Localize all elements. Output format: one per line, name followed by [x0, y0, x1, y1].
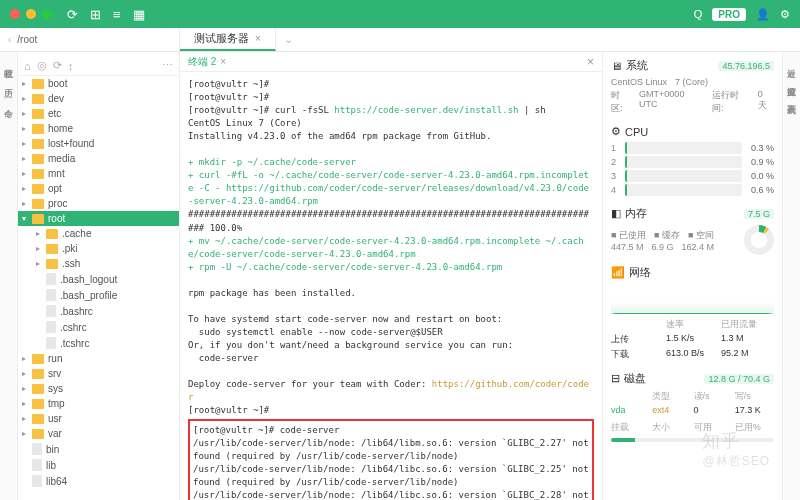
tree-item-home[interactable]: ▸home: [18, 121, 179, 136]
cpu-core-3: 30.0 %: [611, 170, 774, 182]
tree-item-.tcshrc[interactable]: .tcshrc: [18, 335, 179, 351]
tree-toolbar: ⌂ ◎ ⟳ ↕ ⋯: [18, 56, 179, 76]
tree-item-tmp[interactable]: ▸tmp: [18, 396, 179, 411]
tree-item-.cshrc[interactable]: .cshrc: [18, 319, 179, 335]
cpu-card: ⚙CPU 10.3 %20.9 %30.0 %40.6 %: [611, 125, 774, 196]
home-icon[interactable]: ⌂: [24, 60, 31, 72]
tree-item-srv[interactable]: ▸srv: [18, 366, 179, 381]
sort-icon[interactable]: ↕: [68, 60, 74, 72]
tree-item-usr[interactable]: ▸usr: [18, 411, 179, 426]
avatar[interactable]: 👤: [756, 8, 770, 21]
tabs-row: ‹ /root 测试服务器 × ⌄: [0, 28, 800, 52]
desktop-icon: 🖥: [611, 60, 622, 72]
tree-item-root[interactable]: ▾root: [18, 211, 179, 226]
disk-usage-bar: [611, 438, 774, 442]
tree-item-opt[interactable]: ▸opt: [18, 181, 179, 196]
more-icon[interactable]: ⋯: [162, 59, 173, 72]
tree-item-lib64[interactable]: lib64: [18, 473, 179, 489]
titlebar: ⟳ ⊞ ≡ ▦ Q PRO 👤 ⚙: [0, 0, 800, 28]
left-rail: 收藏栏 历史 命令: [0, 52, 18, 500]
chevron-down-icon[interactable]: ⌄: [276, 28, 301, 51]
close-icon[interactable]: ×: [255, 33, 261, 44]
tab-server[interactable]: 测试服务器 ×: [180, 28, 276, 51]
tree-item-sys[interactable]: ▸sys: [18, 381, 179, 396]
close-panel-icon[interactable]: ×: [587, 55, 594, 69]
back-icon[interactable]: ‹: [8, 34, 11, 45]
maximize-icon[interactable]: [42, 9, 52, 19]
disk-card: ⊟磁盘12.8 G / 70.4 G 类型读/s写/s vdaext4017.3…: [611, 371, 774, 442]
tree-item-run[interactable]: ▸run: [18, 351, 179, 366]
system-card: 🖥系统45.76.196.5 CentOS Linux7 (Core) 时区:G…: [611, 58, 774, 115]
memory-icon: ◧: [611, 207, 621, 220]
window-controls[interactable]: [10, 9, 52, 19]
terminal-header: 终端 2 × ×: [180, 52, 602, 72]
grid-icon[interactable]: ▦: [133, 7, 145, 22]
monitor-panel: 🖥系统45.76.196.5 CentOS Linux7 (Core) 时区:G…: [602, 52, 782, 500]
pro-badge: PRO: [712, 8, 746, 21]
tree-item-.ssh[interactable]: ▸.ssh: [18, 256, 179, 271]
tree-item-mnt[interactable]: ▸mnt: [18, 166, 179, 181]
tree-item-lost+found[interactable]: ▸lost+found: [18, 136, 179, 151]
tree-item-.bash_logout[interactable]: .bash_logout: [18, 271, 179, 287]
refresh-icon[interactable]: ⟳: [53, 59, 62, 72]
terminal-tab[interactable]: 终端 2: [188, 55, 216, 69]
tree-item-proc[interactable]: ▸proc: [18, 196, 179, 211]
wifi-icon: 📶: [611, 266, 625, 279]
search-icon[interactable]: Q: [694, 8, 703, 20]
error-output: [root@vultr ~]# code-server /usr/lib/cod…: [188, 419, 594, 500]
target-icon[interactable]: ◎: [37, 59, 47, 72]
tree-item-lib[interactable]: lib: [18, 457, 179, 473]
path-bar[interactable]: ‹ /root: [0, 28, 180, 51]
memory-donut: [744, 225, 774, 255]
network-card: 📶网络 速率已用流量 上传1.5 K/s1.3 M 下载613.0 B/s95.…: [611, 265, 774, 361]
tree-item-.bash_profile[interactable]: .bash_profile: [18, 287, 179, 303]
tree-item-boot[interactable]: ▸boot: [18, 76, 179, 91]
tree-item-dev[interactable]: ▸dev: [18, 91, 179, 106]
tree-item-var[interactable]: ▸var: [18, 426, 179, 441]
tree-item-etc[interactable]: ▸etc: [18, 106, 179, 121]
panel-icon[interactable]: ⊞: [90, 7, 101, 22]
disk-icon: ⊟: [611, 372, 620, 385]
close-icon[interactable]: [10, 9, 20, 19]
tree-item-media[interactable]: ▸media: [18, 151, 179, 166]
file-tree: ⌂ ◎ ⟳ ↕ ⋯ ▸boot▸dev▸etc▸home▸lost+found▸…: [18, 52, 180, 500]
cpu-core-4: 40.6 %: [611, 184, 774, 196]
chip-icon: ⚙: [611, 125, 621, 138]
tree-item-.pki[interactable]: ▸.pki: [18, 241, 179, 256]
right-rail: 最近 资源监控 下载列表: [782, 52, 800, 500]
tree-item-.cache[interactable]: ▸.cache: [18, 226, 179, 241]
terminal[interactable]: [root@vultr ~]# [root@vultr ~]# [root@vu…: [180, 72, 602, 500]
gear-icon[interactable]: ⚙: [780, 8, 790, 21]
tree-item-bin[interactable]: bin: [18, 441, 179, 457]
close-icon[interactable]: ×: [220, 56, 226, 67]
refresh-icon[interactable]: ⟳: [67, 7, 78, 22]
minimize-icon[interactable]: [26, 9, 36, 19]
tree-item-.bashrc[interactable]: .bashrc: [18, 303, 179, 319]
memory-card: ◧内存7.5 G ■ 已使用■ 缓存■ 空间 447.5 M6.9 G162.4…: [611, 206, 774, 255]
network-chart: [611, 284, 774, 314]
cpu-core-1: 10.3 %: [611, 142, 774, 154]
cpu-core-2: 20.9 %: [611, 156, 774, 168]
list-icon[interactable]: ≡: [113, 7, 121, 22]
